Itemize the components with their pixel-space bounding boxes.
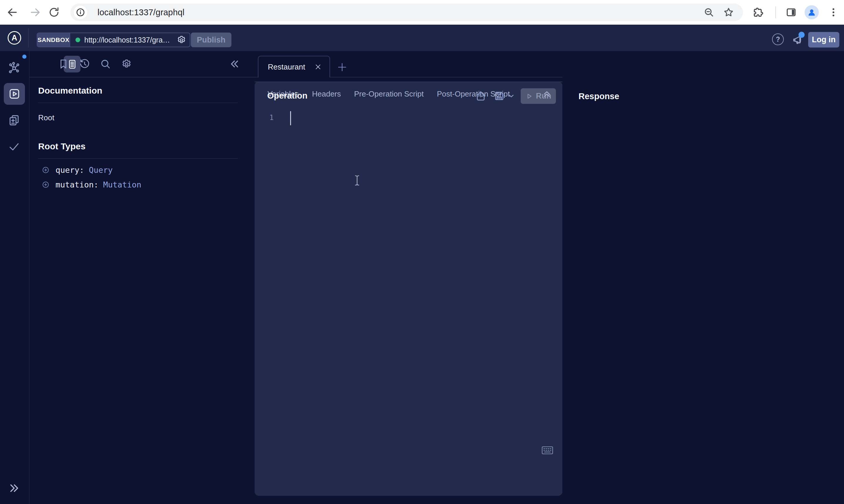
divider: [38, 103, 238, 103]
browser-menu-button[interactable]: [828, 6, 839, 18]
operation-title: Operation: [267, 91, 308, 101]
star-icon: [723, 7, 734, 18]
endpoint-url-input[interactable]: http://localhost:1337/gra…: [84, 36, 170, 44]
toolbar-separator: [775, 6, 776, 18]
arrow-right-icon: [29, 6, 41, 18]
connection-status-dot: [75, 38, 80, 42]
app-header: A SANDBOX http://localhost:1337/gra… Pub…: [0, 25, 844, 51]
workspace: Documentation Root Root Types query: Que…: [0, 51, 844, 504]
sidebar-item-explorer[interactable]: [4, 83, 25, 105]
bookmark-page-button[interactable]: [723, 7, 734, 18]
bookmark-icon: [57, 58, 69, 70]
docs-root-link[interactable]: Root: [38, 113, 54, 122]
bookmarks-tab-button[interactable]: [57, 58, 69, 70]
sidebar-item-checks[interactable]: [7, 140, 20, 153]
endpoint-control: SANDBOX http://localhost:1337/gra…: [37, 33, 190, 47]
operation-panel: Operation Run 1 Variables Headers Pre-Op…: [255, 82, 562, 496]
browser-back-button[interactable]: [6, 6, 18, 18]
play-icon: [526, 92, 533, 100]
tabbar-divider: [29, 77, 258, 77]
field-name[interactable]: query:: [55, 165, 84, 175]
url-text[interactable]: localhost:1337/graphql: [98, 3, 185, 21]
endpoint-settings-gear-icon[interactable]: [176, 35, 187, 45]
sandbox-badge: SANDBOX: [37, 33, 70, 47]
kebab-menu-icon: [828, 6, 839, 18]
graph-schema-icon: [7, 61, 20, 74]
profile-avatar-button[interactable]: [805, 5, 819, 19]
divider: [38, 158, 238, 159]
apollo-logo[interactable]: A: [7, 31, 21, 44]
sidebar-item-changelog[interactable]: [7, 114, 20, 127]
collapse-docs-button[interactable]: [229, 58, 241, 70]
expand-panel-chevrons-up-icon[interactable]: [542, 89, 552, 99]
sidebar-item-schema[interactable]: [7, 61, 20, 74]
save-operation-button[interactable]: [493, 90, 505, 102]
close-tab-icon[interactable]: [314, 62, 323, 71]
extensions-button[interactable]: [752, 6, 764, 18]
line-number: 1: [269, 113, 274, 122]
expand-rail-chevrons-icon[interactable]: [7, 482, 20, 494]
tabbar-divider: [330, 77, 562, 77]
root-type-row-mutation: mutation: Mutation: [42, 180, 141, 189]
side-panel-button[interactable]: [785, 6, 797, 18]
add-field-plus-icon[interactable]: [42, 181, 50, 188]
footer-tab-headers[interactable]: Headers: [312, 89, 341, 98]
browser-toolbar: localhost:1337/graphql: [0, 0, 844, 25]
tab-label: Restaurant: [268, 62, 306, 72]
search-tab-button[interactable]: [100, 58, 111, 70]
share-icon: [475, 90, 487, 102]
field-type-link[interactable]: Mutation: [103, 180, 141, 189]
diff-documents-icon: [7, 114, 20, 127]
header-divider: [28, 28, 29, 48]
history-tab-button[interactable]: [79, 58, 90, 70]
puzzle-icon: [752, 6, 764, 18]
settings-gear-icon: [121, 58, 133, 70]
docs-title: Documentation: [38, 86, 102, 96]
docs-panel: Documentation Root Root Types query: Que…: [29, 51, 248, 504]
notification-dot: [798, 32, 805, 38]
share-operation-button[interactable]: [475, 90, 487, 102]
field-type-link[interactable]: Query: [89, 165, 113, 175]
settings-tab-button[interactable]: [121, 58, 133, 70]
root-types-title: Root Types: [38, 141, 85, 151]
footer-tab-pre-operation-script[interactable]: Pre-Operation Script: [354, 89, 424, 98]
add-field-plus-icon[interactable]: [42, 166, 50, 174]
reload-icon: [48, 6, 60, 18]
root-type-row-query: query: Query: [42, 165, 113, 175]
help-button[interactable]: ?: [772, 33, 784, 45]
login-button[interactable]: Log in: [808, 32, 839, 48]
site-info-button[interactable]: [74, 5, 87, 19]
help-glyph: ?: [776, 36, 780, 43]
explorer-play-icon: [8, 87, 21, 100]
new-tab-plus-icon[interactable]: [337, 61, 348, 73]
publish-button[interactable]: Publish: [191, 33, 231, 47]
history-clock-icon: [79, 58, 90, 70]
mouse-cursor-ibeam: [354, 175, 360, 186]
nav-rail: [0, 51, 29, 504]
zoom-page-button[interactable]: [703, 7, 714, 18]
operation-editor[interactable]: [284, 108, 548, 439]
chevron-down-icon: [507, 92, 515, 100]
search-icon: [100, 58, 111, 70]
browser-forward-button[interactable]: [29, 6, 41, 18]
tab-restaurant[interactable]: Restaurant: [258, 56, 330, 77]
arrow-left-icon: [6, 6, 18, 18]
collapse-chevrons-icon: [229, 58, 241, 70]
response-title: Response: [579, 92, 619, 101]
apollo-logo-letter: A: [12, 33, 17, 42]
field-name[interactable]: mutation:: [55, 180, 98, 189]
address-bar[interactable]: localhost:1337/graphql: [70, 3, 743, 21]
keyboard-shortcuts-icon[interactable]: [541, 446, 553, 455]
save-options-button[interactable]: [507, 92, 515, 100]
person-icon: [807, 7, 817, 17]
side-panel-icon: [785, 6, 797, 18]
browser-reload-button[interactable]: [48, 6, 60, 18]
save-floppy-icon: [493, 90, 505, 102]
checkmark-icon: [7, 140, 20, 153]
zoom-out-icon: [703, 7, 714, 18]
info-icon: [76, 7, 85, 17]
schema-notification-dot: [22, 55, 27, 59]
